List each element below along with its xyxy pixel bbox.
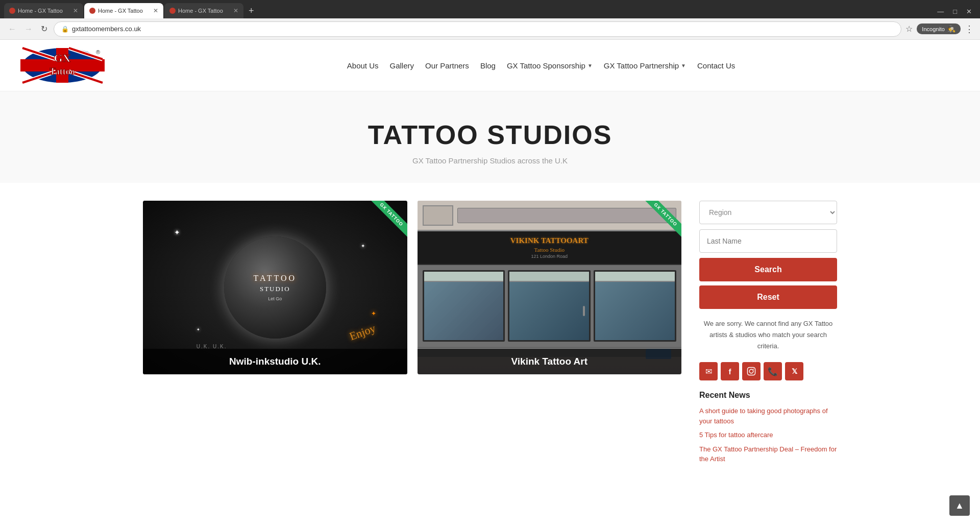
window-controls: — □ ✕: [933, 7, 976, 18]
browser-tab-3[interactable]: Home - GX Tattoo ✕: [164, 3, 243, 18]
social-instagram-icon[interactable]: [742, 362, 761, 380]
browser-chrome: Home - GX Tattoo ✕ Home - GX Tattoo ✕ Ho…: [0, 0, 980, 18]
address-bar[interactable]: 🔒 gxtattoomembers.co.uk: [54, 21, 901, 37]
social-phone-icon[interactable]: 📞: [764, 362, 782, 380]
tab-favicon-2: [89, 8, 95, 14]
tab-close-2[interactable]: ✕: [153, 7, 158, 14]
incognito-badge: Incognito 🕵: [917, 23, 961, 34]
tab-close-3[interactable]: ✕: [233, 7, 238, 14]
nav-blog[interactable]: Blog: [480, 61, 496, 70]
address-bar-row: ← → ↻ 🔒 gxtattoomembers.co.uk ☆ Incognit…: [0, 18, 980, 40]
studio-card-1[interactable]: GX TATTOO TATTOO STUDIO Let Go: [143, 201, 407, 374]
hero-section: TATTOO STUDIOS GX Tattoo Partnership Stu…: [0, 91, 980, 183]
logo-area[interactable]: GX Tattoo ®: [20, 44, 122, 87]
svg-point-16: [753, 369, 754, 370]
tab-close-1[interactable]: ✕: [73, 7, 78, 14]
logo-svg: GX Tattoo ®: [20, 44, 105, 85]
site-header: GX Tattoo ® About Us Gallery Our Partner…: [0, 40, 980, 91]
nav-partnership[interactable]: GX Tattoo Partnership▼: [604, 61, 686, 70]
social-twitter-icon[interactable]: 𝕏: [785, 362, 803, 380]
news-item-2[interactable]: 5 Tips for tattoo aftercare: [699, 430, 837, 440]
news-item-1[interactable]: A short guide to taking good photographs…: [699, 406, 837, 426]
sidebar: Region North West North East Midlands So…: [699, 201, 837, 468]
skull-design: TATTOO STUDIO Let Go ✦ ✦ ✦ ✦ Enjoy: [163, 214, 387, 362]
nav-about-us[interactable]: About Us: [347, 61, 379, 70]
recent-news-title: Recent News: [699, 391, 837, 400]
tab-favicon-1: [9, 8, 15, 14]
svg-text:®: ®: [96, 49, 100, 55]
svg-text:Tattoo: Tattoo: [50, 66, 75, 77]
hero-subtitle: GX Tattoo Partnership Studios across the…: [10, 156, 970, 165]
incognito-icon: 🕵: [947, 25, 955, 33]
region-select[interactable]: Region North West North East Midlands So…: [699, 201, 837, 224]
browser-tab-2[interactable]: Home - GX Tattoo ✕: [84, 3, 163, 18]
card-2-ribbon: GX TATTOO: [635, 201, 681, 247]
tab-favicon-3: [169, 8, 176, 14]
reload-button[interactable]: ↻: [39, 22, 50, 36]
svg-point-15: [749, 370, 753, 374]
address-url: gxtattoomembers.co.uk: [72, 25, 141, 33]
svg-text:GX: GX: [54, 52, 71, 64]
content-layout: GX TATTOO TATTOO STUDIO Let Go: [122, 183, 857, 489]
back-button[interactable]: ←: [6, 22, 18, 36]
card-2-label: Vikink Tattoo Art: [418, 349, 682, 374]
minimize-button[interactable]: —: [933, 7, 948, 16]
social-icons-row: ✉ f 📞 𝕏: [699, 362, 837, 380]
site-nav: About Us Gallery Our Partners Blog GX Ta…: [122, 61, 960, 70]
browser-tab-1[interactable]: Home - GX Tattoo ✕: [4, 3, 83, 18]
tab-title-1: Home - GX Tattoo: [18, 8, 70, 14]
incognito-label: Incognito: [922, 26, 945, 32]
search-button[interactable]: Search: [699, 258, 837, 281]
svg-rect-14: [748, 368, 755, 375]
nav-partners[interactable]: Our Partners: [425, 61, 469, 70]
card-1-label: Nwib-inkstudio U.K.: [143, 349, 407, 374]
tab-title-2: Home - GX Tattoo: [98, 8, 151, 14]
hero-title: TATTOO STUDIOS: [10, 119, 970, 150]
card-1-ribbon-text: GX TATTOO: [368, 201, 407, 237]
studio-card-2[interactable]: GX TATTOO VIKINK TATTOOART Tattoo Studio: [418, 201, 682, 374]
social-facebook-icon[interactable]: f: [721, 362, 739, 380]
forward-button[interactable]: →: [22, 22, 35, 36]
tab-bar: Home - GX Tattoo ✕ Home - GX Tattoo ✕ Ho…: [4, 0, 933, 18]
nav-sponsorship[interactable]: GX Tattoo Sponsorship▼: [507, 61, 593, 70]
card-1-ribbon: GX TATTOO: [361, 201, 407, 247]
reset-button[interactable]: Reset: [699, 285, 837, 309]
nav-contact[interactable]: Contact Us: [697, 61, 735, 70]
maximize-button[interactable]: □: [949, 7, 961, 16]
new-tab-button[interactable]: +: [244, 3, 258, 18]
tab-title-3: Home - GX Tattoo: [178, 8, 231, 14]
star-button[interactable]: ☆: [905, 24, 913, 34]
sponsorship-dropdown-icon: ▼: [587, 63, 593, 68]
card-2-ribbon-text: GX TATTOO: [643, 201, 681, 237]
close-button[interactable]: ✕: [962, 7, 976, 16]
recent-news-widget: Recent News A short guide to taking good…: [699, 391, 837, 464]
lock-icon: 🔒: [61, 26, 69, 33]
main-content: GX TATTOO TATTOO STUDIO Let Go: [143, 201, 699, 468]
no-results-message: We are sorry. We cannot find any GX Tatt…: [699, 318, 837, 352]
nav-gallery[interactable]: Gallery: [389, 61, 414, 70]
browser-menu-button[interactable]: ⋮: [965, 23, 974, 35]
news-item-3[interactable]: The GX Tattoo Partnership Deal – Freedom…: [699, 444, 837, 464]
studios-grid: GX TATTOO TATTOO STUDIO Let Go: [143, 201, 681, 374]
last-name-input[interactable]: [699, 229, 837, 253]
social-email-icon[interactable]: ✉: [699, 362, 718, 380]
website: GX Tattoo ® About Us Gallery Our Partner…: [0, 40, 980, 489]
partnership-dropdown-icon: ▼: [681, 63, 686, 68]
